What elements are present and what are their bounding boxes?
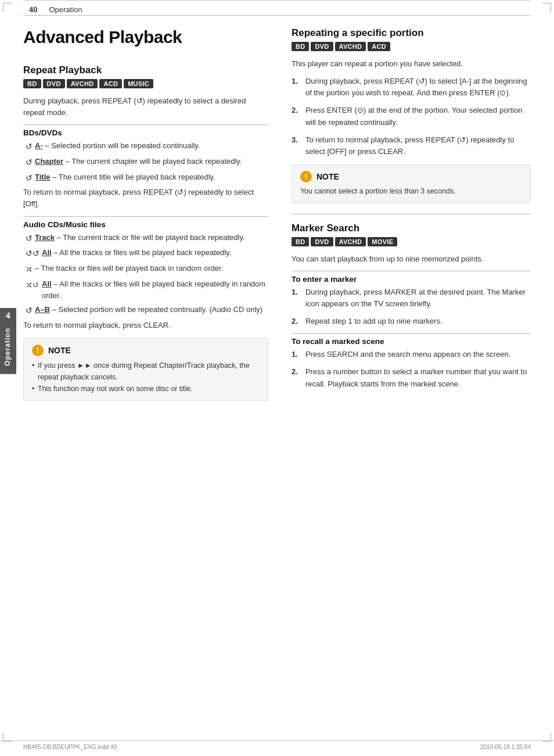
- specific-step-1-text: During playback, press REPEAT (↺) to sel…: [305, 76, 531, 99]
- repeat-item-a-text: A- – Selected portion will be repeated c…: [35, 140, 200, 152]
- specific-step-3: 3. To return to normal playback, press R…: [292, 134, 531, 157]
- recall-marker-step-1-text: Press SEARCH and the search menu appears…: [305, 349, 510, 360]
- corner-mark-tr: [542, 3, 551, 12]
- note-bullet-1b: This function may not work on some disc …: [32, 383, 260, 395]
- section-divider-1: [292, 214, 531, 214]
- badge-music: MUSIC: [124, 79, 153, 88]
- repeat-icon-track: ↺: [26, 232, 33, 245]
- repeat-item-chapter: ↺ Chapter – The current chapter will be …: [23, 156, 268, 169]
- note-icon-2: !: [300, 171, 312, 182]
- recall-marker-step-1: 1. Press SEARCH and the search menu appe…: [292, 349, 531, 360]
- specific-step-2: 2. Press ENTER (⊙) at the end of the por…: [292, 105, 531, 128]
- note-icon-1: !: [32, 345, 44, 356]
- repeat-item-random-all: ⤮↺ All – All the tracks or files will be…: [23, 278, 268, 302]
- left-column: Advanced Playback Repeat Playback BD DVD…: [23, 27, 286, 408]
- page-header: 40 Operation: [23, 0, 531, 14]
- repeating-specific-intro: This player can repeat a portion you hav…: [292, 58, 531, 70]
- repeat-item-chapter-text: Chapter – The current chapter will be pl…: [35, 156, 242, 167]
- badge-avchd-3: AVCHD: [335, 237, 366, 246]
- repeat-icon-a: ↺: [26, 141, 33, 153]
- marker-search-heading: Marker Search: [292, 223, 531, 234]
- recall-marker-step-2: 2. Press a number button to select a mar…: [292, 366, 531, 389]
- specific-step-2-text: Press ENTER (⊙) at the end of the portio…: [305, 105, 531, 128]
- repeat-icon-ab: ↺: [26, 304, 33, 317]
- enter-marker-step-1: 1. During playback, press MARKER at the …: [292, 286, 531, 310]
- marker-search-intro: You can start playback from up to nine m…: [292, 253, 531, 265]
- repeat-icon-title: ↺: [26, 172, 33, 185]
- note-header-1: ! NOTE: [32, 345, 260, 356]
- specific-step-1: 1. During playback, press REPEAT (↺) to …: [292, 76, 531, 99]
- audio-cds-heading: Audio CDs/Music files: [23, 216, 268, 229]
- repeat-item-a: ↺ A- – Selected portion will be repeated…: [23, 140, 268, 153]
- enter-marker-step-1-num: 1.: [292, 286, 302, 310]
- badge-avchd: AVCHD: [67, 79, 98, 88]
- recall-marker-heading: To recall a marked scene: [292, 333, 531, 346]
- audio-cds-footer: To return to normal playback, press CLEA…: [23, 320, 268, 331]
- note-text-2: You cannot select a portion less than 3 …: [300, 186, 522, 197]
- bds-dvds-footer: To return to normal playback, press REPE…: [23, 187, 268, 210]
- footer-left: HB485-DB.BDEUPPK_ENG.indd 40: [23, 744, 117, 750]
- repeat-playback-badges: BD DVD AVCHD ACD MUSIC: [23, 79, 268, 88]
- page: 40 Operation 4 Operation Advanced Playba…: [0, 0, 554, 756]
- random-icon: ⤮: [26, 263, 33, 276]
- badge-dvd-3: DVD: [311, 237, 333, 246]
- enter-marker-step-1-text: During playback, press MARKER at the des…: [305, 286, 531, 310]
- specific-step-1-num: 1.: [292, 76, 302, 99]
- page-title: Advanced Playback: [23, 27, 268, 47]
- badge-dvd: DVD: [43, 79, 65, 88]
- recall-marker-step-2-num: 2.: [292, 366, 302, 389]
- page-footer: HB485-DB.BDEUPPK_ENG.indd 40 2010-05-18 …: [0, 740, 554, 750]
- badge-acd: ACD: [99, 79, 122, 88]
- enter-marker-step-2-num: 2.: [292, 316, 302, 327]
- specific-step-3-text: To return to normal playback, press REPE…: [305, 134, 531, 157]
- repeat-item-title: ↺ Title – The current title will be play…: [23, 171, 268, 185]
- note-box-1: ! NOTE If you press ►► once during Repea…: [23, 338, 268, 401]
- recall-marker-step-1-num: 1.: [292, 349, 302, 360]
- repeat-item-ab: ↺ A–B – Selected portion will be repeate…: [23, 304, 268, 317]
- badge-bd: BD: [23, 79, 41, 88]
- random-all-icon: ⤮↺: [26, 279, 39, 292]
- repeat-playback-heading: Repeat Playback: [23, 65, 268, 76]
- enter-marker-heading: To enter a marker: [292, 271, 531, 284]
- note-title-1: NOTE: [48, 346, 71, 355]
- marker-search-badges: BD DVD AVCHD MOVIE: [292, 237, 531, 246]
- note-box-2: ! NOTE You cannot select a portion less …: [292, 164, 531, 203]
- bds-dvds-heading: BDs/DVDs: [23, 124, 268, 137]
- badge-avchd-2: AVCHD: [335, 42, 366, 51]
- note-title-2: NOTE: [316, 172, 339, 181]
- repeating-specific-badges: BD DVD AVCHD ACD: [292, 42, 531, 51]
- badge-acd-2: ACD: [368, 42, 390, 51]
- repeat-icon-all: ↺↺: [26, 248, 39, 260]
- footer-right: 2010-05-18 1:35:54: [480, 744, 531, 750]
- content-area: Advanced Playback Repeat Playback BD DVD…: [23, 16, 531, 408]
- page-number: 40: [29, 5, 37, 14]
- badge-bd-3: BD: [292, 237, 310, 246]
- badge-dvd-2: DVD: [311, 42, 333, 51]
- badge-bd-2: BD: [292, 42, 310, 51]
- repeat-item-random: ⤮ – The tracks or files will be played b…: [23, 263, 268, 276]
- specific-step-2-num: 2.: [292, 105, 302, 128]
- repeating-specific-heading: Repeating a specific portion: [292, 27, 531, 39]
- repeat-item-track-text: Track – The current track or file will b…: [35, 232, 245, 243]
- section-label: Operation: [49, 5, 82, 14]
- repeat-item-random-text: – The tracks or files will be played bac…: [35, 263, 223, 274]
- repeat-item-random-all-text: All – All the tracks or files will be pl…: [42, 278, 268, 302]
- repeat-item-track: ↺ Track – The current track or file will…: [23, 232, 268, 245]
- repeat-item-all-text: All – All the tracks or files will be pl…: [42, 247, 231, 259]
- repeat-item-all: ↺↺ All – All the tracks or files will be…: [23, 247, 268, 260]
- repeat-icon-chapter: ↺: [26, 156, 33, 169]
- corner-mark-tl: [3, 3, 12, 12]
- recall-marker-step-2-text: Press a number button to select a marker…: [305, 366, 531, 389]
- repeat-playback-intro: During playback, press REPEAT (↺) repeat…: [23, 95, 268, 119]
- note-bullet-1a: If you press ►► once during Repeat Chapt…: [32, 360, 260, 383]
- badge-movie: MOVIE: [368, 237, 397, 246]
- enter-marker-step-2: 2. Repeat step 1 to add up to nine marke…: [292, 316, 531, 327]
- enter-marker-step-2-text: Repeat step 1 to add up to nine markers.: [305, 316, 443, 327]
- note-header-2: ! NOTE: [300, 171, 522, 182]
- right-column: Repeating a specific portion BD DVD AVCH…: [286, 27, 531, 408]
- specific-step-3-num: 3.: [292, 134, 302, 157]
- repeat-item-title-text: Title – The current title will be played…: [35, 171, 215, 183]
- repeat-item-ab-text: A–B – Selected portion will be repeated …: [35, 304, 262, 316]
- side-tab-label: Operation: [0, 320, 16, 374]
